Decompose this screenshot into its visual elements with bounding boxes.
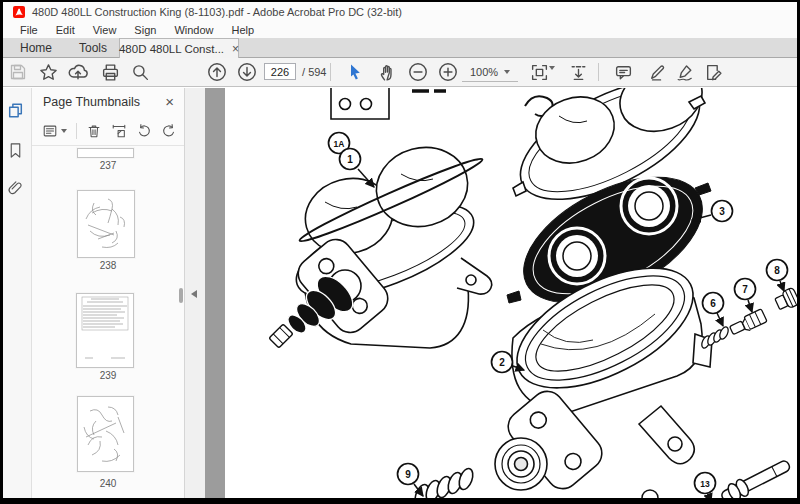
chevron-down-icon (61, 129, 67, 133)
menu-window[interactable]: Window (165, 24, 222, 36)
select-tool-button[interactable] (343, 60, 367, 84)
thumbnail-label-239: 239 (32, 370, 184, 381)
tab-document-active[interactable]: 480D 480LL Const... × (119, 38, 239, 58)
panel-header: Page Thumbnails × (32, 88, 184, 116)
comment-bubble-icon (614, 63, 633, 82)
rotate-clockwise-icon[interactable] (161, 123, 177, 139)
zoom-level-select[interactable]: 100% (462, 62, 518, 82)
plus-circle-icon (438, 62, 458, 82)
previous-page-button[interactable] (205, 60, 229, 84)
page-edit-icon (704, 63, 723, 82)
tab-tools[interactable]: Tools (67, 38, 119, 57)
window-border-left (0, 0, 3, 504)
callout-label: 13 (700, 479, 710, 489)
comment-button[interactable] (611, 60, 635, 84)
menu-sign[interactable]: Sign (125, 24, 165, 36)
rail-attachments-button[interactable] (5, 178, 25, 198)
tab-home[interactable]: Home (10, 38, 62, 57)
fit-page-button[interactable] (527, 60, 551, 84)
thumbnail-page-239[interactable] (76, 293, 134, 368)
page-down-icon (237, 62, 257, 82)
callout-label: 1A (334, 139, 345, 149)
document-gutter (205, 88, 225, 498)
thumbnail-page-240[interactable] (77, 396, 134, 472)
thumbnail-label-240: 240 (32, 478, 184, 489)
piston-pin (642, 456, 793, 498)
zoom-level-value: 100% (470, 66, 498, 78)
star-favorites-button[interactable] (36, 60, 60, 84)
menu-edit[interactable]: Edit (47, 24, 84, 36)
title-bar: 480D 480LL Construction King (8-1103).pd… (3, 2, 797, 22)
thumbnail-options-button[interactable] (42, 123, 67, 139)
zoom-in-button[interactable] (436, 60, 460, 84)
pdf-page-diagram: 1A132678913 (225, 88, 797, 498)
bookmark-icon (7, 142, 24, 159)
callout-label: 8 (774, 265, 780, 276)
window-border-top (0, 0, 800, 2)
pushrod-nut (269, 324, 293, 348)
fill-and-sign-button[interactable] (701, 60, 725, 84)
tab-close-icon[interactable]: × (232, 44, 239, 54)
search-button[interactable] (128, 60, 152, 84)
return-spring (413, 467, 476, 498)
panel-splitter[interactable] (185, 88, 205, 498)
sign-button[interactable] (673, 60, 697, 84)
ink-signature-icon (676, 63, 695, 82)
thumbnail-page-237[interactable] (77, 148, 134, 158)
thumbnail-sketch (78, 191, 134, 257)
callout-label: 7 (742, 284, 748, 295)
fit-page-chevron[interactable] (549, 70, 555, 88)
thumbnail-label-238: 238 (32, 260, 184, 271)
panel-toolbar-divider (76, 123, 77, 139)
diagram-top-fragment (331, 88, 446, 119)
hand-tool-button[interactable] (375, 60, 399, 84)
resize-thumbnails-icon[interactable] (111, 123, 127, 139)
page-count-label: / 594 (302, 66, 326, 78)
delete-pages-icon[interactable] (86, 123, 102, 139)
thumbnail-sketch (77, 294, 133, 367)
rail-thumbnails-button[interactable] (5, 100, 25, 120)
share-upload-button[interactable] (66, 60, 90, 84)
document-view: 1A132678913 (205, 88, 797, 498)
chevron-down-icon (549, 66, 555, 87)
options-list-icon (42, 123, 58, 139)
thumbnail-page-238[interactable] (77, 190, 135, 258)
next-page-button[interactable] (235, 60, 259, 84)
tab-bar: Home Tools 480D 480LL Const... × (3, 38, 797, 58)
printer-icon (101, 63, 120, 82)
toolbar-divider (330, 63, 331, 81)
acrobat-window: 480D 480LL Construction King (8-1103).pd… (0, 0, 800, 504)
page-number-input[interactable] (264, 63, 296, 80)
pointer-cursor-icon (346, 63, 364, 81)
highlighter-pen-icon (648, 63, 667, 82)
toolbar-divider (598, 63, 599, 81)
page-thumbnails-panel: Page Thumbnails × (32, 88, 184, 498)
panel-scrollbar-thumb[interactable] (179, 288, 183, 303)
star-icon (39, 63, 58, 82)
paperclip-icon (7, 180, 24, 197)
callout-label: 6 (710, 298, 716, 309)
callout-label: 9 (405, 469, 411, 480)
collapse-panel-icon[interactable] (191, 290, 197, 298)
zoom-out-button[interactable] (406, 60, 430, 84)
scrolling-mode-button[interactable] (566, 60, 590, 84)
window-border-bottom (0, 498, 800, 504)
print-button[interactable] (98, 60, 122, 84)
menu-view[interactable]: View (84, 24, 126, 36)
panel-close-icon[interactable]: × (165, 96, 174, 108)
menu-help[interactable]: Help (223, 24, 264, 36)
menu-file[interactable]: File (11, 24, 47, 36)
callout-label: 3 (719, 206, 725, 217)
highlight-button[interactable] (645, 60, 669, 84)
acrobat-app-icon (13, 6, 25, 18)
rotate-counterclockwise-icon[interactable] (136, 123, 152, 139)
fit-page-icon (530, 63, 549, 82)
chevron-down-icon (504, 70, 510, 74)
search-icon (131, 63, 150, 82)
thumbnail-sketch (78, 397, 133, 471)
panel-title: Page Thumbnails (43, 95, 165, 109)
save-button[interactable] (6, 60, 30, 84)
scroll-mode-icon (569, 63, 588, 82)
minus-circle-icon (408, 62, 428, 82)
rail-bookmarks-button[interactable] (5, 140, 25, 160)
